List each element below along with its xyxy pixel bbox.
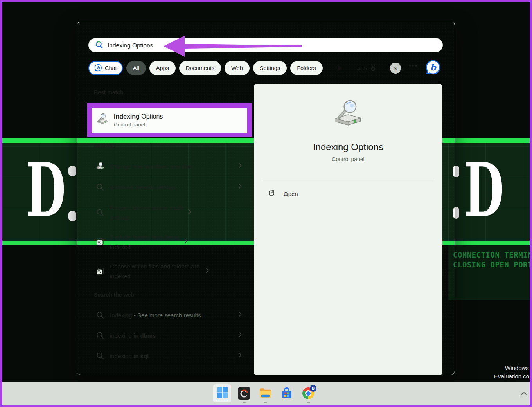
search-the-web-header: Search the web xyxy=(94,292,134,298)
suggestion-completion: in dbms xyxy=(133,332,156,339)
list-item-windows-search-settings[interactable]: Windows Search settings xyxy=(88,178,250,196)
suggestion-term: indexing xyxy=(110,353,133,359)
windows-watermark-line2: Evaluation co xyxy=(494,373,529,380)
list-item-label: indexing in dbms xyxy=(110,331,239,340)
terminal-line: CLOSING OPEN PORTS xyxy=(453,260,530,270)
chevron-right-icon xyxy=(188,209,191,216)
search-box[interactable] xyxy=(88,38,443,52)
terminal-line: CONNECTION TERMINA xyxy=(453,250,530,260)
search-glyph-icon xyxy=(96,352,104,360)
divider xyxy=(262,179,435,179)
list-item-change-how-windows-searches[interactable]: Change how Windows searches xyxy=(88,157,250,176)
taskbar-chrome[interactable]: B xyxy=(302,387,315,400)
annotation-highlight-box: Indexing Options Control panel xyxy=(87,103,252,137)
tab-web[interactable]: Web xyxy=(225,61,250,75)
tab-all[interactable]: All xyxy=(126,61,146,75)
chevron-right-icon xyxy=(184,238,187,245)
bing-chat-button[interactable]: b xyxy=(425,59,441,77)
document-search-icon xyxy=(96,267,104,276)
search-icon xyxy=(95,40,103,50)
wallpaper-terminal-text: CONNECTION TERMINA CLOSING OPEN PORTS xyxy=(453,250,530,270)
search-glyph-icon xyxy=(96,331,104,339)
wallpaper-letter-fragment xyxy=(68,211,76,221)
show-hidden-icons-chevron[interactable] xyxy=(521,390,527,397)
list-item-exclude-folders[interactable]: Exclude folders from being indexed xyxy=(88,227,250,256)
best-match-title-rest: Options xyxy=(140,113,163,120)
running-indicator xyxy=(264,402,267,403)
list-item-choose-files-folders[interactable]: Choose which files and folders are index… xyxy=(88,256,250,286)
account-avatar[interactable]: N xyxy=(390,63,401,74)
tab-chat[interactable]: b Chat xyxy=(88,61,123,75)
windows-logo-icon xyxy=(217,387,228,400)
external-link-icon xyxy=(268,189,275,198)
best-match-subtitle: Control panel xyxy=(114,122,163,128)
taskbar-app-recorder[interactable] xyxy=(238,387,250,400)
wallpaper-letter-d-right: D xyxy=(464,153,504,227)
best-match-title-strong: Indexing xyxy=(114,113,140,120)
chevron-right-icon xyxy=(239,184,242,191)
taskbar: B xyxy=(2,382,530,405)
list-item-label: Choose which files and folders are index… xyxy=(110,261,206,281)
web-suggestion-indexing-in-dbms[interactable]: indexing in dbms xyxy=(88,326,250,345)
search-flyout: b Chat All Apps Documents Web Settings F… xyxy=(77,22,455,375)
settings-header: Settings xyxy=(94,142,115,149)
open-label: Open xyxy=(284,191,298,197)
taskbar-microsoft-store[interactable] xyxy=(280,387,293,400)
tab-apps[interactable]: Apps xyxy=(149,61,176,75)
indexing-options-drive-icon-large xyxy=(333,99,363,131)
indexing-options-drive-icon xyxy=(96,113,109,127)
screenshot-frame: D D CONNECTION TERMINA CLOSING OPEN PORT… xyxy=(0,0,532,407)
start-button[interactable] xyxy=(213,384,231,402)
taskbar-file-explorer[interactable] xyxy=(259,387,271,400)
result-detail-panel: Indexing Options Control panel Open xyxy=(254,84,442,375)
search-glyph-icon xyxy=(96,209,104,216)
best-match-header: Best match xyxy=(94,89,123,95)
wallpaper-letter-fragment xyxy=(68,166,76,176)
suggestion-term: indexing xyxy=(110,332,133,339)
running-indicator xyxy=(307,402,310,403)
chevron-right-icon xyxy=(239,312,242,319)
open-action[interactable]: Open xyxy=(262,189,435,198)
tab-folders[interactable]: Folders xyxy=(290,61,322,75)
search-glyph-icon xyxy=(96,183,104,191)
rewards-points: 465 xyxy=(357,65,367,72)
windows-watermark-line1: Windows xyxy=(505,365,529,371)
more-options-icon[interactable]: ••• xyxy=(409,62,418,69)
web-suggestion-indexing[interactable]: Indexing - See more search results xyxy=(88,306,250,324)
chevron-right-icon xyxy=(206,268,209,275)
detail-subtitle: Control panel xyxy=(332,156,364,162)
running-indicator xyxy=(243,402,246,403)
bing-badge: B xyxy=(310,385,316,392)
list-item-label: Windows Search settings xyxy=(110,182,239,192)
chevron-right-icon xyxy=(239,163,242,170)
rewards-counter[interactable]: 465 xyxy=(357,64,377,72)
tab-chat-label: Chat xyxy=(105,65,117,71)
best-match-text: Indexing Options Control panel xyxy=(114,113,163,128)
search-input[interactable] xyxy=(108,42,413,49)
chevron-right-icon xyxy=(239,352,242,359)
filter-tabs: b Chat All Apps Documents Web Settings F… xyxy=(88,61,323,75)
list-item-label: Indexing - See more search results xyxy=(110,310,239,320)
list-item-respect-device-power-mode[interactable]: Respect device power mode settings xyxy=(88,198,250,227)
tab-settings[interactable]: Settings xyxy=(253,61,287,75)
list-item-label: indexing in sql xyxy=(110,351,239,361)
list-item-label: Respect device power mode settings xyxy=(110,203,188,222)
medal-icon xyxy=(369,64,377,73)
list-item-label: Change how Windows searches xyxy=(110,162,239,171)
svg-text:b: b xyxy=(97,65,100,70)
drive-search-icon xyxy=(96,162,104,171)
desktop: D D CONNECTION TERMINA CLOSING OPEN PORT… xyxy=(2,2,530,405)
best-match-title: Indexing Options xyxy=(114,113,163,120)
web-suggestion-indexing-in-sql[interactable]: indexing in sql xyxy=(88,346,250,365)
suggestion-term: Indexing xyxy=(110,312,132,319)
suggestion-completion: in sql xyxy=(133,353,149,359)
bing-chat-icon: b xyxy=(94,64,102,73)
detail-title: Indexing Options xyxy=(313,142,383,153)
svg-text:b: b xyxy=(430,62,437,72)
best-match-item[interactable]: Indexing Options Control panel xyxy=(92,108,247,133)
tab-documents[interactable]: Documents xyxy=(179,61,221,75)
wallpaper-letter-d-left: D xyxy=(26,153,66,227)
play-icon[interactable] xyxy=(338,65,343,71)
list-item-label: Exclude folders from being indexed xyxy=(110,232,184,252)
document-search-icon xyxy=(96,238,104,246)
